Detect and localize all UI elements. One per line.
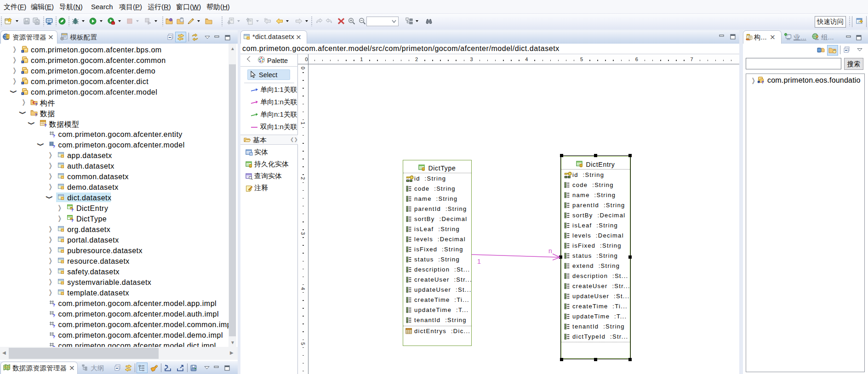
svg-text:?: ?: [53, 303, 56, 307]
svg-text:?: ?: [34, 113, 37, 117]
svg-text:?: ?: [53, 134, 56, 138]
svg-text:?: ?: [53, 334, 56, 339]
svg-text:?: ?: [35, 102, 38, 106]
svg-text:?: ?: [53, 313, 56, 317]
svg-text:?: ?: [44, 123, 47, 127]
svg-text:?: ?: [53, 144, 56, 148]
svg-text:?: ?: [53, 324, 56, 328]
svg-text:?: ?: [761, 80, 764, 84]
svg-text:?: ?: [71, 218, 74, 222]
svg-text:?: ?: [71, 208, 74, 212]
